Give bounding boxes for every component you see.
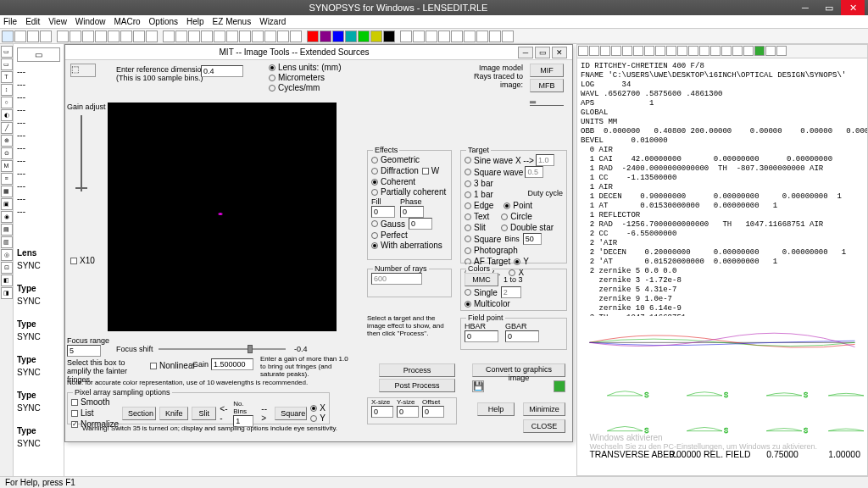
radio-sqwave[interactable]: Square wave [465, 167, 523, 177]
radio-gauss[interactable]: Gauss [371, 219, 405, 229]
radio-text[interactable]: Text [465, 212, 489, 221]
toolbar-btn[interactable] [451, 30, 463, 42]
toolbar-color[interactable] [307, 30, 319, 42]
radio-diffraction[interactable]: Diffraction [371, 166, 419, 175]
toolbar-btn[interactable] [502, 30, 514, 42]
minimize-button-dlg[interactable]: Minimize [523, 402, 565, 416]
radio-single[interactable]: Single [465, 288, 498, 297]
focus-slider[interactable] [159, 348, 286, 350]
toolbar-btn[interactable] [95, 30, 107, 42]
toolbar-btn[interactable] [413, 30, 425, 42]
knife-button[interactable]: Knife [159, 407, 188, 420]
toolbar-btn[interactable] [578, 46, 588, 56]
hbar-input[interactable] [465, 330, 498, 342]
toolbar-btn[interactable] [489, 30, 501, 42]
nonlinear-check[interactable]: Nonlinear [150, 361, 196, 370]
radio-lens-units[interactable]: Lens units: (mm) [269, 63, 341, 72]
radio-3bar[interactable]: 3 bar [465, 179, 563, 188]
radio-multi[interactable]: Multicolor [465, 299, 563, 308]
dialog-minimize[interactable]: ─ [518, 47, 533, 58]
radio-y[interactable]: Y [514, 257, 529, 266]
tool-btn[interactable]: ⊙ [1, 147, 13, 159]
radio-1bar[interactable]: 1 bar [465, 190, 493, 199]
phase-input[interactable] [400, 206, 424, 218]
tool-btn[interactable]: T [1, 71, 13, 83]
focus-range-input[interactable] [67, 345, 101, 357]
close-button[interactable]: ✕ [841, 0, 865, 15]
radio-double[interactable]: Double star [501, 223, 554, 232]
radio-geometric[interactable]: Geometric [371, 155, 448, 164]
menu-file[interactable]: File [3, 17, 17, 26]
radio-slit[interactable]: Slit [465, 223, 486, 232]
toolbar-color[interactable] [358, 30, 370, 42]
ref-dim-input[interactable] [201, 65, 243, 77]
toolbar-btn[interactable] [57, 30, 69, 42]
tool-btn[interactable]: ⊡ [1, 262, 13, 274]
ok-icon[interactable] [554, 380, 565, 392]
gauss-input[interactable] [409, 218, 432, 230]
sampling-y[interactable]: Y [310, 413, 326, 423]
tool-btn[interactable]: M [1, 160, 13, 172]
toolbar-btn[interactable] [277, 30, 289, 42]
dialog-close[interactable]: ✕ [552, 47, 567, 58]
tool-btn[interactable]: ╱ [1, 122, 13, 134]
tool-btn[interactable]: ▤ [1, 224, 13, 236]
tool-btn[interactable]: ◎ [1, 249, 13, 261]
toolbar-btn[interactable] [14, 30, 26, 42]
radio-circle[interactable]: Circle [501, 212, 532, 221]
tool-btn[interactable]: ⊕ [1, 135, 13, 147]
menu-ezmenus[interactable]: EZ Menus [213, 17, 252, 26]
toolbar-btn[interactable] [201, 30, 213, 42]
radio-cyclesmm[interactable]: Cycles/mm [269, 83, 341, 92]
toolbar-btn[interactable] [40, 30, 52, 42]
dialog-maximize[interactable]: ▭ [535, 47, 550, 58]
bins-input[interactable] [523, 233, 542, 245]
toolbar-btn[interactable] [214, 30, 225, 42]
mif-button[interactable]: MIF [530, 64, 564, 77]
tool-btn[interactable]: ▭ [1, 58, 13, 70]
radio-sine[interactable]: Sine wave X --> [465, 155, 534, 165]
toolbar-btn[interactable] [239, 30, 251, 42]
toolbar-btn[interactable] [82, 30, 94, 42]
slit-button[interactable]: Slit [192, 407, 216, 420]
fill-input[interactable] [371, 206, 395, 218]
toolbar-color[interactable] [345, 30, 357, 42]
close-button-dlg[interactable]: CLOSE [523, 419, 565, 433]
toolbar-btn[interactable] [438, 30, 450, 42]
toolbar-btn[interactable] [252, 30, 264, 42]
toolbar-btn[interactable] [108, 30, 120, 42]
help-button[interactable]: Help [477, 402, 515, 416]
section-button[interactable]: Section [122, 407, 156, 420]
toolbar-btn[interactable] [464, 30, 476, 42]
menu-help[interactable]: Help [186, 17, 204, 26]
tool-btn[interactable]: ▦ [1, 186, 13, 197]
convert-button[interactable]: Convert to graphics image [472, 363, 565, 377]
square-button[interactable]: Square [275, 407, 307, 420]
radio-point[interactable]: Point [504, 201, 532, 210]
radio-square-t[interactable]: Square [465, 235, 501, 244]
toolbar-btn[interactable] [426, 30, 437, 42]
gain-slider[interactable] [81, 115, 82, 191]
toolbar-btn[interactable] [175, 30, 187, 42]
w-check[interactable]: W [422, 166, 439, 175]
menu-macro[interactable]: MACro [114, 17, 140, 26]
menu-view[interactable]: View [48, 17, 67, 26]
menu-options[interactable]: Options [149, 17, 178, 26]
save-icon[interactable]: 💾 [472, 380, 484, 392]
radio-withab[interactable]: With aberrations [371, 241, 448, 250]
toolbar-color[interactable] [370, 30, 382, 42]
radio-micrometers[interactable]: Micrometers [269, 73, 341, 82]
toolbar-btn[interactable] [133, 30, 145, 42]
tool-btn[interactable]: ≡ [1, 173, 13, 185]
rays-input[interactable] [371, 273, 422, 285]
sampling-x[interactable]: X [310, 403, 326, 413]
toolbar-color[interactable] [320, 30, 331, 42]
tool-btn[interactable]: ○ [1, 97, 13, 108]
tool-btn[interactable]: ◐ [1, 109, 13, 121]
menu-edit[interactable]: Edit [25, 17, 40, 26]
radio-perfect[interactable]: Perfect [371, 230, 448, 240]
xsize-input[interactable] [371, 406, 393, 418]
toolbar-btn[interactable] [264, 30, 276, 42]
gain-input[interactable] [211, 358, 253, 370]
gbar-input[interactable] [505, 330, 539, 342]
